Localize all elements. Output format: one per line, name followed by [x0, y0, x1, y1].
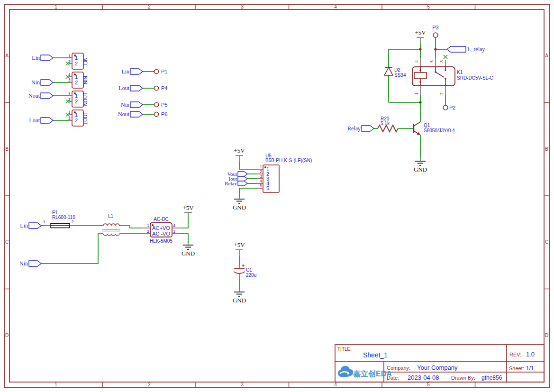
connector-name[interactable]: LOUT — [83, 112, 88, 125]
netflag-label[interactable]: Lin — [121, 68, 129, 75]
wire[interactable] — [239, 162, 257, 169]
pin-circle[interactable] — [154, 112, 159, 117]
pin-circle[interactable] — [433, 33, 438, 37]
psu-section[interactable]: Lin 1 2 F1 RL600-110 L1 Nin — [19, 204, 195, 267]
rev-value[interactable]: 1.0 — [526, 351, 535, 358]
drawn-by-value[interactable]: gthe856 — [481, 374, 502, 381]
netflag-relay[interactable]: Relay — [347, 125, 374, 132]
testpoint-p6[interactable]: Nout P6 — [118, 111, 167, 118]
l1-ref[interactable]: L1 — [108, 213, 114, 219]
c1-value[interactable]: 220u — [246, 273, 256, 278]
connector-name[interactable]: NOUT — [83, 92, 88, 106]
inductor-l1[interactable]: L1 — [102, 213, 120, 236]
r20-value[interactable]: 5.1k — [381, 121, 390, 126]
pin-p2[interactable]: P2 — [443, 105, 455, 110]
netflag-nin-psu[interactable]: Nin — [19, 260, 41, 267]
transistor-q1[interactable]: Q1 S8050/J3Y/0.4 — [414, 122, 455, 135]
connector-name[interactable]: NIN — [83, 76, 88, 84]
c1-ref[interactable]: C1 — [246, 267, 252, 273]
netflag-lout-label[interactable]: Lout — [29, 117, 40, 124]
power-5v-psu[interactable]: +5V — [182, 204, 194, 214]
netflag-lin-psu[interactable]: Lin — [20, 222, 41, 229]
netflag-l-relay[interactable]: L_relay — [436, 46, 485, 53]
svg-text:A: A — [545, 53, 548, 58]
gnd-symbol-u5[interactable]: GND — [233, 197, 246, 211]
svg-text:4: 4 — [334, 4, 337, 9]
connector-lin[interactable]: Lin 1 2 1 2 LIN — [32, 53, 88, 69]
netflag-label[interactable]: Relay — [347, 125, 361, 132]
power-5v-relay[interactable]: +5V — [415, 29, 426, 44]
netflag-label[interactable]: Nin — [121, 101, 129, 108]
wire[interactable] — [239, 188, 257, 197]
pin-circle[interactable] — [443, 105, 448, 110]
netflag-nin[interactable] — [41, 80, 53, 85]
q1-value[interactable]: S8050/J3Y/0.4 — [424, 128, 455, 133]
k1-ref[interactable]: K1 — [457, 70, 463, 75]
testpoint-p4[interactable]: Lout P4 — [118, 85, 167, 91]
netflag-lin[interactable] — [41, 55, 53, 61]
connector-name[interactable]: LIN — [83, 57, 88, 65]
u5-section[interactable]: +5V 1 2 3 4 5 1 2 3 4 5 U5 B5B-PH-K-S-(L… — [225, 147, 312, 211]
gnd-symbol-relay[interactable]: GND — [414, 158, 427, 173]
pin-circle[interactable] — [154, 103, 159, 107]
netflag[interactable] — [130, 102, 143, 108]
svg-text:4: 4 — [173, 223, 175, 228]
capacitor-c1[interactable]: + C1 220u — [234, 263, 256, 279]
netflag[interactable] — [130, 111, 143, 117]
netflag-nout-label[interactable]: Nout — [28, 92, 40, 99]
gnd-symbol-c1[interactable]: GND — [233, 290, 246, 304]
date-value[interactable]: 2023-04-08 — [408, 374, 439, 381]
svg-text:2: 2 — [439, 92, 444, 95]
netflag-label[interactable]: L_relay — [467, 46, 485, 53]
power-5v-u5[interactable]: +5V — [234, 147, 245, 162]
diode-d2[interactable]: D2 SS34 — [384, 49, 406, 102]
acdc-module[interactable]: AC-DC 1 2 4 3 AC AC +VO -VO HLK-5M05 — [142, 217, 180, 244]
company-value[interactable]: Your Company — [417, 364, 458, 371]
schematic-canvas[interactable]: 1 2 3 4 5 1 2 3 4 5 A B C D A B C D Lin — [0, 0, 554, 392]
d2-ref[interactable]: D2 — [394, 67, 400, 73]
netflag-relay-u5[interactable]: Relay — [225, 181, 257, 186]
netflag-label[interactable]: Lout — [118, 85, 129, 91]
testpoint-p1[interactable]: Lin P1 — [121, 68, 167, 75]
testpoint-p5[interactable]: Nin P5 — [121, 101, 167, 108]
netflag-nout[interactable] — [41, 93, 53, 99]
netflag-label[interactable]: Nout — [118, 111, 130, 118]
netflag[interactable] — [130, 85, 143, 91]
connector-nout[interactable]: Nout 1 2 1 2 NOUT — [28, 91, 88, 107]
relay-section[interactable]: +5V D2 SS34 P3 L_relay — [347, 25, 493, 173]
u5-value[interactable]: B5B-PH-K-S-(LF)(SN) — [265, 158, 312, 163]
q1-ref[interactable]: Q1 — [424, 123, 430, 128]
wire[interactable] — [180, 234, 188, 243]
pin-circle[interactable] — [154, 86, 159, 91]
netflag[interactable] — [130, 69, 143, 74]
acdc-label[interactable]: AC-DC — [154, 217, 169, 222]
gnd-symbol-psu[interactable]: GND — [182, 243, 195, 257]
resistor-r20[interactable]: R20 5.1k — [378, 116, 398, 132]
connector-lout[interactable]: Lout 1 2 1 2 LOUT — [29, 110, 88, 126]
sheet-value[interactable]: 1/1 — [526, 365, 534, 372]
pin-p3[interactable]: P3 — [432, 25, 438, 37]
sheet-title[interactable]: Sheet_1 — [363, 351, 388, 359]
fuse-f1[interactable]: 1 2 F1 RL600-110 — [43, 210, 75, 228]
power-5v-c1[interactable]: +5V — [234, 241, 245, 256]
connector-nin[interactable]: Nin 1 2 1 2 NIN — [31, 72, 88, 88]
relay-k1[interactable]: 4 5 3 1 2 K1 SRD-DC5V-SL-C — [412, 60, 493, 95]
c1-section[interactable]: +5V + C1 220u GND — [233, 241, 256, 304]
wire[interactable] — [180, 214, 188, 228]
wire[interactable] — [41, 234, 103, 264]
f1-value[interactable]: RL600-110 — [52, 215, 75, 220]
pin-circle[interactable] — [154, 70, 159, 74]
connector-u5[interactable]: 1 2 3 4 5 1 2 3 4 5 U5 B5B-PH-K-S-(LF)(S… — [260, 153, 312, 192]
k1-value[interactable]: SRD-DC5V-SL-C — [457, 75, 493, 81]
svg-text:AC: AC — [152, 231, 159, 237]
netflag-label[interactable]: Relay — [225, 181, 237, 186]
netflag-lin-label[interactable]: Lin — [32, 55, 40, 61]
netflag-label[interactable]: Lin — [20, 222, 28, 229]
svg-text:GND: GND — [182, 250, 195, 257]
netflag-lout[interactable] — [41, 118, 53, 123]
d2-value[interactable]: SS34 — [394, 73, 406, 78]
acdc-value[interactable]: HLK-5M05 — [150, 238, 173, 244]
wire[interactable] — [119, 226, 142, 228]
netflag-nin-label[interactable]: Nin — [31, 79, 40, 86]
netflag-label[interactable]: Nin — [19, 260, 28, 267]
